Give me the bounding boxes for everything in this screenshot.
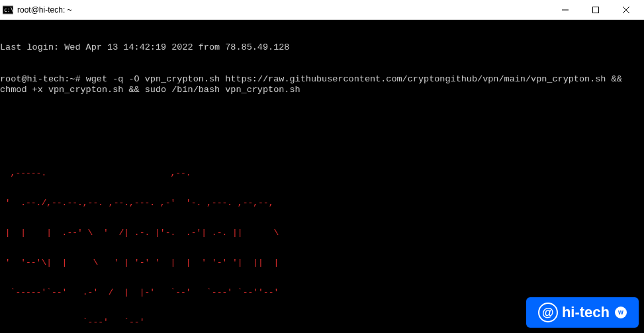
terminal-icon: c:\ — [3, 5, 13, 15]
at-icon: @ — [538, 303, 558, 322]
minimize-button[interactable] — [550, 0, 580, 19]
maximize-button[interactable] — [580, 0, 611, 19]
prompt: root@hi-tech:~# — [0, 74, 81, 84]
svg-rect-3 — [593, 7, 599, 13]
watermark-badge: @ hi-tech w — [526, 297, 639, 328]
typed-command: wget -q -O vpn_crypton.sh https://raw.gi… — [0, 74, 627, 95]
svg-text:c:\: c:\ — [4, 7, 13, 13]
close-button[interactable] — [611, 0, 641, 19]
last-login-line: Last login: Wed Apr 13 14:42:19 2022 fro… — [0, 42, 644, 53]
window-title: root@hi-tech: ~ — [17, 5, 550, 15]
terminal-output[interactable]: Last login: Wed Apr 13 14:42:19 2022 fro… — [0, 20, 644, 333]
command-line: root@hi-tech:~# wget -q -O vpn_crypton.s… — [0, 74, 644, 95]
window-titlebar: c:\ root@hi-tech: ~ — [0, 0, 644, 20]
window-controls — [550, 0, 641, 19]
vk-icon: w — [615, 307, 627, 318]
watermark-text: hi-tech — [562, 307, 610, 318]
